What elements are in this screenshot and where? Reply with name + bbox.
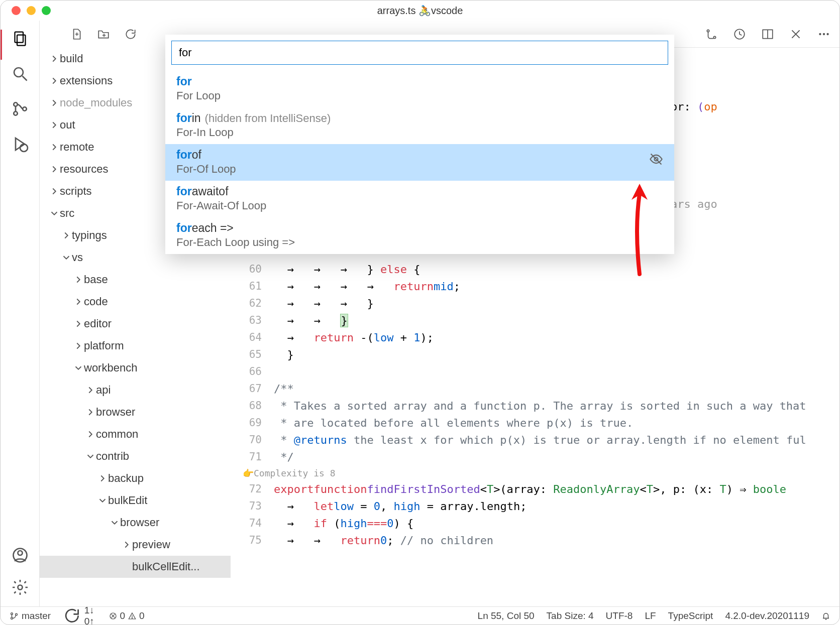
svg-point-2 <box>14 68 23 77</box>
svg-point-22 <box>11 617 13 619</box>
tree-item-label: src <box>60 207 74 220</box>
snippet-item-foreach[interactable]: foreach =>For-Each Loop using => <box>165 217 674 254</box>
tree-item-label: scripts <box>60 185 92 198</box>
tree-item-label: node_modules <box>60 96 132 109</box>
status-ts-version[interactable]: 4.2.0-dev.20201119 <box>725 610 809 621</box>
tree-item-backup[interactable]: backup <box>40 467 231 489</box>
svg-point-4 <box>14 102 18 106</box>
snippet-picker: forFor Loopforin(hidden from IntelliSens… <box>165 35 674 254</box>
svg-point-6 <box>23 107 27 111</box>
timeline-icon[interactable] <box>733 28 746 41</box>
chevron-down-icon <box>61 252 72 263</box>
tree-item-label: typings <box>72 229 107 242</box>
snippet-search-input[interactable] <box>171 41 668 65</box>
svg-point-12 <box>713 36 715 38</box>
source-control-icon[interactable] <box>11 100 29 118</box>
tree-item-label: preview <box>132 538 170 551</box>
tree-item-label: remote <box>60 141 94 154</box>
tree-item-label: bulkCellEdit... <box>132 560 200 573</box>
svg-line-3 <box>22 76 27 81</box>
svg-point-19 <box>823 33 825 35</box>
chevron-right-icon <box>49 75 60 86</box>
gear-icon[interactable] <box>11 578 29 596</box>
status-problems[interactable]: 0 0 <box>109 610 145 621</box>
tree-item-label: base <box>84 273 108 286</box>
status-sync[interactable]: 1↓ 0↑ <box>63 605 96 626</box>
eye-off-icon[interactable] <box>649 152 663 168</box>
tree-item-workbench[interactable]: workbench <box>40 357 231 379</box>
activity-active-indicator <box>1 30 2 60</box>
tree-item-label: build <box>60 52 83 65</box>
tree-item-code[interactable]: code <box>40 291 231 313</box>
svg-point-21 <box>11 612 13 614</box>
tree-item-label: vs <box>72 251 83 264</box>
new-folder-icon[interactable] <box>97 28 110 41</box>
explorer-icon[interactable] <box>11 30 29 48</box>
tree-item-bulkedit[interactable]: bulkEdit <box>40 489 231 512</box>
tree-item-contrib[interactable]: contrib <box>40 445 231 467</box>
tree-item-label: backup <box>108 472 144 485</box>
maximize-window-button[interactable] <box>42 6 51 15</box>
chevron-right-icon <box>73 296 84 307</box>
svg-rect-1 <box>17 35 26 46</box>
chevron-right-icon <box>73 340 84 351</box>
tree-item-common[interactable]: common <box>40 423 231 445</box>
chevron-down-icon <box>73 362 84 373</box>
snippet-item-forin[interactable]: forin(hidden from IntelliSense)For-In Lo… <box>165 107 674 144</box>
account-icon[interactable] <box>11 546 29 564</box>
status-lang[interactable]: TypeScript <box>668 610 713 621</box>
tree-item-label: editor <box>84 317 112 330</box>
refresh-icon[interactable] <box>124 28 137 41</box>
svg-point-23 <box>16 613 18 615</box>
titlebar: arrays.ts 🚴vscode <box>1 1 839 21</box>
chevron-right-icon <box>97 473 108 484</box>
tree-item-label: platform <box>84 339 124 352</box>
snippet-item-for[interactable]: forFor Loop <box>165 71 674 107</box>
tree-item-editor[interactable]: editor <box>40 313 231 335</box>
svg-point-28 <box>132 617 132 618</box>
tree-item-label: workbench <box>84 361 137 374</box>
new-file-icon[interactable] <box>70 28 83 41</box>
codelens[interactable]: 👉Complexity is 8 <box>231 465 839 480</box>
tree-item-preview[interactable]: preview <box>40 534 231 556</box>
search-icon[interactable] <box>11 65 29 83</box>
tree-item-browser[interactable]: browser <box>40 512 231 534</box>
status-tabsize[interactable]: Tab Size: 4 <box>547 610 594 621</box>
chevron-right-icon <box>49 142 60 153</box>
status-encoding[interactable]: UTF-8 <box>606 610 633 621</box>
debug-icon[interactable] <box>11 135 29 153</box>
tree-item-label: bulkEdit <box>108 494 147 507</box>
chevron-right-icon <box>85 385 96 396</box>
chevron-right-icon <box>73 318 84 329</box>
split-editor-icon[interactable] <box>761 28 774 41</box>
chevron-right-icon <box>61 230 72 241</box>
snippet-item-forof[interactable]: forofFor-Of Loop <box>165 144 674 181</box>
chevron-right-icon <box>49 97 60 108</box>
close-icon[interactable] <box>789 28 802 41</box>
tree-item-api[interactable]: api <box>40 379 231 401</box>
svg-point-18 <box>819 33 821 35</box>
close-window-button[interactable] <box>12 6 21 15</box>
chevron-right-icon <box>49 186 60 197</box>
tree-item-label: out <box>60 118 75 132</box>
chevron-right-icon <box>73 274 84 285</box>
tree-item-browser[interactable]: browser <box>40 401 231 423</box>
more-icon[interactable] <box>817 28 830 41</box>
notification-icon[interactable] <box>821 611 830 620</box>
status-branch[interactable]: master <box>10 610 51 621</box>
minimize-window-button[interactable] <box>27 6 36 15</box>
tree-item-label: extensions <box>60 74 113 87</box>
chevron-right-icon <box>49 164 60 175</box>
tree-item-label: resources <box>60 163 109 176</box>
tree-item-bulkcelledit[interactable]: bulkCellEdit... <box>40 556 231 578</box>
snippet-item-forawaitof[interactable]: forawaitofFor-Await-Of Loop <box>165 181 674 217</box>
chevron-right-icon <box>85 429 96 440</box>
window-title: arrays.ts 🚴vscode <box>377 5 463 17</box>
status-eol[interactable]: LF <box>645 610 656 621</box>
compare-icon[interactable] <box>705 28 718 41</box>
status-cursor[interactable]: Ln 55, Col 50 <box>478 610 535 621</box>
tree-item-platform[interactable]: platform <box>40 335 231 357</box>
svg-point-9 <box>18 551 22 555</box>
tree-item-label: browser <box>96 406 135 419</box>
tree-item-base[interactable]: base <box>40 269 231 291</box>
